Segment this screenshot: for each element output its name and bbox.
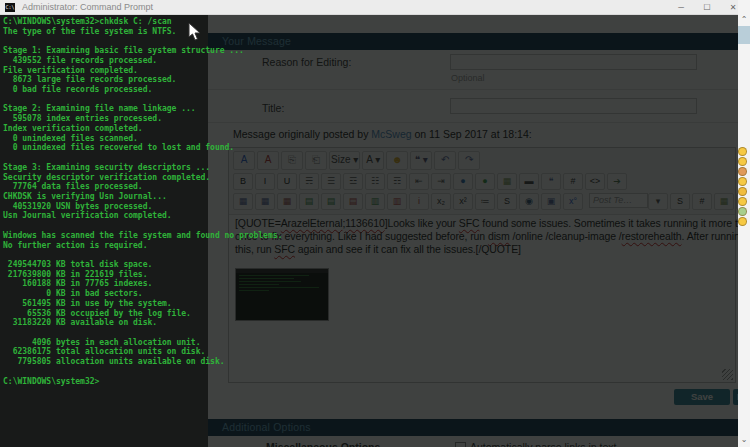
smiley-icon[interactable] [738, 197, 747, 206]
scroll-up-icon[interactable]: ⌃ [739, 15, 749, 24]
mouse-cursor-icon [188, 22, 201, 45]
smiley-icon[interactable] [738, 207, 747, 216]
smiley-icon[interactable] [738, 157, 747, 166]
console-title: Administrator: Command Prompt [22, 2, 153, 12]
maximize-button[interactable]: ☐ [694, 0, 720, 15]
scroll-down-icon[interactable]: ⌄ [739, 435, 749, 444]
smiley-icon[interactable] [738, 217, 747, 226]
smiley-icon[interactable] [738, 177, 747, 186]
screen: Your Message Reason for Editing: Optiona… [0, 0, 750, 447]
console-body[interactable]: C:\WINDOWS\system32>chkdsk C: /scan The … [0, 15, 738, 447]
scrollbar-thumb[interactable] [738, 26, 750, 44]
console-title-bar[interactable]: C:\ Administrator: Command Prompt ─ ☐ ✕ [0, 0, 738, 15]
smiley-icon[interactable] [738, 187, 747, 196]
console-icon: C:\ [5, 3, 15, 12]
smiley-icon[interactable] [738, 147, 747, 156]
command-prompt-window: C:\ Administrator: Command Prompt ─ ☐ ✕ … [0, 0, 738, 447]
smiley-icon[interactable] [738, 167, 747, 176]
console-output-text: C:\WINDOWS\system32>chkdsk C: /scan The … [3, 17, 282, 386]
minimize-button[interactable]: ─ [668, 0, 694, 15]
close-button[interactable]: ✕ [720, 0, 746, 15]
